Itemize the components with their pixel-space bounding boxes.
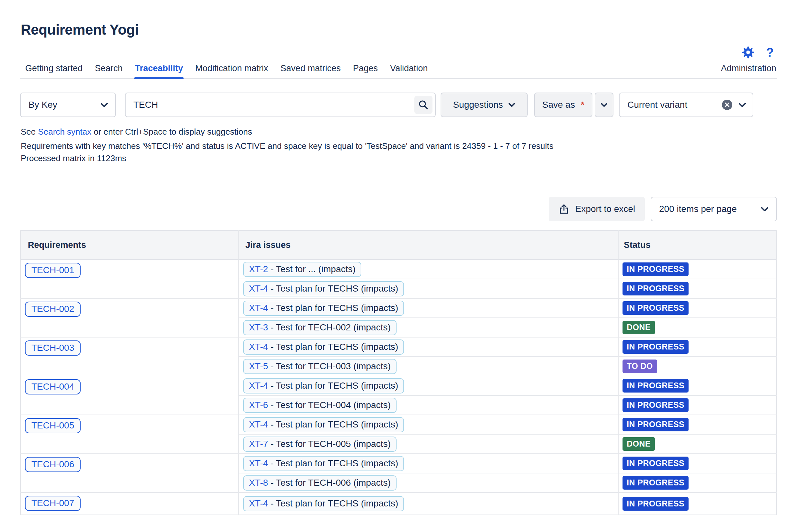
tab-bar: Getting startedSearchTraceabilityModific… — [20, 63, 777, 79]
table-row: TECH-005XT-4 - Test plan for TECHS (impa… — [20, 415, 777, 434]
export-to-excel-button[interactable]: Export to excel — [549, 197, 645, 221]
jira-issue-cell: XT-4 - Test plan for TECHS (impacts) — [239, 454, 618, 473]
tab-traceability[interactable]: Traceability — [135, 63, 183, 78]
search-icon — [418, 99, 429, 110]
tab-modification-matrix[interactable]: Modification matrix — [195, 63, 268, 78]
status-badge: DONE — [623, 321, 655, 334]
jira-issue-pill[interactable]: XT-4 - Test plan for TECHS (impacts) — [243, 378, 404, 394]
search-button[interactable] — [414, 96, 432, 114]
table-row: TECH-002XT-4 - Test plan for TECHS (impa… — [20, 298, 777, 318]
tab-getting-started[interactable]: Getting started — [25, 63, 82, 78]
requirement-cell: TECH-005 — [20, 415, 239, 454]
tab-validation[interactable]: Validation — [390, 63, 428, 78]
save-as-label: Save as — [542, 100, 575, 110]
search-query-value: TECH — [133, 100, 414, 110]
tab-pages[interactable]: Pages — [353, 63, 378, 78]
status-badge: IN PROGRESS — [623, 457, 689, 470]
search-syntax-link[interactable]: Search syntax — [38, 127, 92, 136]
search-scope-value: By Key — [29, 100, 57, 110]
clear-variant-icon[interactable] — [722, 99, 733, 110]
status-cell: IN PROGRESS — [618, 376, 777, 396]
items-per-page-select[interactable]: 200 items per page — [651, 197, 777, 221]
jira-issue-cell: XT-4 - Test plan for TECHS (impacts) — [239, 279, 618, 298]
export-icon — [558, 204, 570, 214]
jira-issue-key: XT-4 — [249, 498, 268, 508]
search-hint: See Search syntax or enter Ctrl+Space to… — [21, 127, 777, 136]
status-badge: TO DO — [623, 360, 657, 373]
jira-issue-pill[interactable]: XT-2 - Test for ... (impacts) — [243, 262, 361, 277]
status-cell: IN PROGRESS — [618, 279, 777, 298]
requirement-pill[interactable]: TECH-004 — [25, 379, 80, 395]
jira-issue-pill[interactable]: XT-5 - Test for TECH-003 (impacts) — [243, 359, 396, 374]
tab-search[interactable]: Search — [95, 63, 123, 78]
jira-issue-key: XT-4 — [249, 284, 268, 293]
table-row: TECH-006XT-4 - Test plan for TECHS (impa… — [20, 454, 777, 473]
traceability-matrix-table: Requirements Jira issues Status TECH-001… — [20, 230, 777, 515]
status-badge: IN PROGRESS — [623, 340, 689, 354]
jira-issue-pill[interactable]: XT-6 - Test for TECH-004 (impacts) — [243, 398, 396, 413]
jira-issue-cell: XT-6 - Test for TECH-004 (impacts) — [239, 396, 618, 415]
jira-issue-cell: XT-4 - Test plan for TECHS (impacts) — [239, 337, 618, 357]
jira-issue-cell: XT-7 - Test for TECH-005 (impacts) — [239, 434, 618, 454]
jira-issue-pill[interactable]: XT-7 - Test for TECH-005 (impacts) — [243, 437, 396, 452]
status-cell: DONE — [618, 434, 777, 454]
requirement-pill[interactable]: TECH-007 — [25, 496, 80, 511]
requirement-pill[interactable]: TECH-001 — [25, 263, 80, 278]
variant-select[interactable]: Current variant — [619, 93, 753, 117]
requirement-pill[interactable]: TECH-002 — [25, 302, 80, 317]
requirement-cell: TECH-001 — [20, 260, 239, 298]
status-cell: IN PROGRESS — [618, 415, 777, 434]
jira-issue-key: XT-7 — [249, 439, 268, 449]
requirement-pill[interactable]: TECH-005 — [25, 418, 80, 433]
search-scope-select[interactable]: By Key — [20, 93, 116, 117]
jira-issue-cell: XT-4 - Test plan for TECHS (impacts) — [239, 493, 618, 515]
settings-gear-icon[interactable] — [742, 46, 755, 59]
jira-issue-pill[interactable]: XT-8 - Test for TECH-006 (impacts) — [243, 475, 396, 491]
suggestions-button[interactable]: Suggestions — [441, 93, 528, 117]
jira-issue-pill[interactable]: XT-4 - Test plan for TECHS (impacts) — [243, 496, 404, 511]
status-cell: IN PROGRESS — [618, 473, 777, 493]
jira-issue-key: XT-4 — [249, 381, 268, 391]
page-title: Requirement Yogi — [21, 21, 777, 39]
jira-issue-pill[interactable]: XT-4 - Test plan for TECHS (impacts) — [243, 340, 404, 355]
jira-issue-key: XT-4 — [249, 303, 268, 313]
status-cell: IN PROGRESS — [618, 260, 777, 279]
status-cell: IN PROGRESS — [618, 396, 777, 415]
results-summary: Requirements with key matches '%TECH%' a… — [21, 141, 777, 151]
tab-administration[interactable]: Administration — [721, 63, 776, 78]
jira-issue-pill[interactable]: XT-4 - Test plan for TECHS (impacts) — [243, 301, 404, 316]
jira-issue-cell: XT-4 - Test plan for TECHS (impacts) — [239, 376, 618, 396]
jira-issue-cell: XT-4 - Test plan for TECHS (impacts) — [239, 298, 618, 318]
jira-issue-pill[interactable]: XT-4 - Test plan for TECHS (impacts) — [243, 281, 404, 297]
search-input[interactable]: TECH — [125, 93, 436, 117]
jira-issue-cell: XT-3 - Test for TECH-002 (impacts) — [239, 318, 618, 337]
status-cell: IN PROGRESS — [618, 298, 777, 318]
save-as-button[interactable]: Save as* — [534, 93, 592, 117]
jira-issue-pill[interactable]: XT-4 - Test plan for TECHS (impacts) — [243, 417, 404, 432]
jira-issue-key: XT-5 — [249, 361, 268, 371]
hint-suffix: or enter Ctrl+Space to display suggestio… — [91, 127, 252, 136]
status-badge: IN PROGRESS — [623, 398, 689, 412]
table-toolbar: Export to excel 200 items per page — [20, 197, 777, 221]
requirement-cell: TECH-003 — [20, 337, 239, 376]
tab-saved-matrices[interactable]: Saved matrices — [280, 63, 340, 78]
status-badge: IN PROGRESS — [623, 418, 689, 431]
requirement-cell: TECH-004 — [20, 376, 239, 415]
table-row: TECH-001XT-2 - Test for ... (impacts)IN … — [20, 260, 777, 279]
help-icon[interactable]: ? — [766, 46, 774, 59]
requirement-pill[interactable]: TECH-003 — [25, 340, 80, 356]
save-as-menu-button[interactable] — [595, 93, 613, 117]
items-per-page-value: 200 items per page — [659, 204, 737, 214]
requirement-pill[interactable]: TECH-006 — [25, 457, 80, 472]
status-cell: DONE — [618, 318, 777, 337]
status-badge: IN PROGRESS — [623, 379, 689, 393]
suggestions-label: Suggestions — [453, 100, 503, 110]
table-body: TECH-001XT-2 - Test for ... (impacts)IN … — [20, 260, 777, 515]
status-badge: IN PROGRESS — [623, 263, 689, 276]
status-badge: IN PROGRESS — [623, 497, 689, 511]
jira-issue-pill[interactable]: XT-3 - Test for TECH-002 (impacts) — [243, 320, 396, 335]
jira-issue-pill[interactable]: XT-4 - Test plan for TECHS (impacts) — [243, 456, 404, 471]
status-badge: IN PROGRESS — [623, 282, 689, 296]
requirement-yogi-page: Requirement Yogi ? Getting startedSearch… — [0, 21, 797, 515]
status-cell: IN PROGRESS — [618, 454, 777, 473]
